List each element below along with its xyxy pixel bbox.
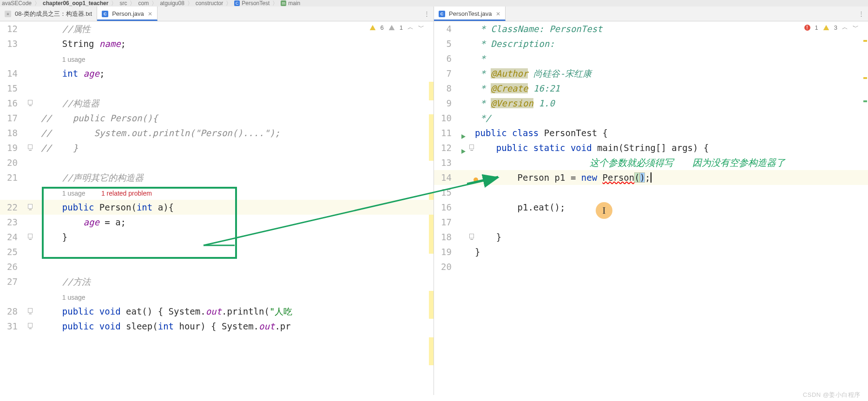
ibeam-icon: I — [602, 204, 605, 217]
line-number: 5 — [434, 36, 461, 51]
line-number: 28 — [0, 304, 27, 319]
bc-module[interactable]: chapter06_oop1_teacher — [43, 0, 108, 7]
fold-icon[interactable] — [28, 100, 33, 105]
line-number: 18 — [0, 125, 27, 140]
code[interactable]: int age; — [37, 66, 434, 81]
close-icon[interactable]: ✕ — [496, 11, 500, 17]
code[interactable]: public void eat() { System.out.println("… — [37, 304, 434, 319]
usage-inlay: 1 usage — [62, 294, 85, 301]
line-number: 31 — [0, 319, 27, 334]
code[interactable]: * — [471, 51, 868, 66]
line-number: 17 — [434, 215, 461, 230]
code[interactable]: //属性 — [37, 21, 434, 36]
line-number: 22 — [0, 200, 27, 215]
line-number: 12 — [434, 140, 461, 155]
code[interactable]: public class PersonTest { — [471, 125, 868, 140]
left-tabs: ≡ 08-类的成员之三：构造器.txt C Person.java ✕ ⋮ — [0, 7, 434, 21]
fold-icon[interactable] — [469, 234, 474, 238]
line-number: 15 — [434, 185, 461, 200]
code[interactable]: public Person(int a){ — [37, 200, 434, 215]
line-number: 16 — [0, 96, 27, 111]
tab-label: PersonTest.java — [449, 10, 492, 17]
code[interactable]: public static void main(String[] args) { — [471, 140, 868, 155]
fold-icon[interactable] — [469, 145, 474, 149]
code[interactable]: * ClassName: PersonTest — [471, 21, 868, 36]
line-number: 24 — [0, 230, 27, 244]
bc-class[interactable]: CPersonTest — [234, 0, 270, 7]
fold-icon[interactable] — [28, 145, 33, 149]
close-icon[interactable]: ✕ — [148, 11, 152, 17]
svg-marker-3 — [461, 134, 466, 139]
fold-icon[interactable] — [28, 323, 33, 328]
code[interactable]: //声明其它的构造器 — [37, 170, 434, 185]
left-editor-pane: ≡ 08-类的成员之三：构造器.txt C Person.java ✕ ⋮ 6 … — [0, 7, 434, 395]
fold-icon[interactable] — [28, 308, 33, 313]
intention-bulb-icon[interactable] — [472, 174, 480, 189]
right-tabs: C PersonTest.java ✕ ⋮ — [434, 7, 868, 21]
code[interactable]: } — [37, 230, 434, 244]
line-number: 15 — [0, 81, 27, 96]
bc-com[interactable]: com — [138, 0, 149, 7]
svg-point-5 — [473, 177, 478, 182]
usage-inlay[interactable]: 1 usage — [37, 51, 434, 66]
code[interactable]: * @Create 16:21 — [471, 81, 868, 96]
tab-persontest-java[interactable]: C PersonTest.java ✕ — [434, 7, 506, 21]
code[interactable]: p1.eat(); — [471, 200, 868, 215]
class-icon: C — [234, 0, 240, 6]
code[interactable]: } — [471, 230, 868, 244]
line-number: 17 — [0, 111, 27, 125]
code[interactable]: // public Person(){ — [37, 111, 434, 125]
annotation-text-1: 这个参数就必须得写 — [590, 157, 673, 169]
line-number: 8 — [434, 81, 461, 96]
tab-menu-icon[interactable]: ⋮ — [420, 10, 434, 17]
fold-icon[interactable] — [28, 234, 33, 238]
bc-subpkg[interactable]: constructor — [196, 0, 223, 7]
related-problem: 1 related problem — [101, 190, 152, 197]
code[interactable]: */ — [471, 111, 868, 125]
bc-pkg[interactable]: atguigu08 — [160, 0, 184, 7]
line-number: 4 — [434, 21, 461, 36]
bc-src[interactable]: src — [119, 0, 127, 7]
code[interactable]: * Description: — [471, 36, 868, 51]
line-number: 13 — [0, 36, 27, 51]
tab-txt[interactable]: ≡ 08-类的成员之三：构造器.txt — [0, 7, 97, 21]
line-number: 16 — [434, 200, 461, 215]
annotation-text-2: 因为没有空参构造器了 — [692, 157, 785, 169]
left-editor[interactable]: 6 1 ︿ ﹀ 12 //属性 13 String name; 1 usage … — [0, 21, 434, 395]
line-number: 6 — [434, 51, 461, 66]
bc-project[interactable]: avaSECode — [2, 0, 32, 7]
line-number: 11 — [434, 125, 461, 140]
code[interactable]: } — [471, 244, 868, 259]
line-number: 12 — [0, 21, 27, 36]
line-number: 20 — [0, 155, 27, 170]
code[interactable]: * @Author 尚硅谷-宋红康 — [471, 66, 868, 81]
line-number: 27 — [0, 274, 27, 289]
line-number: 19 — [434, 244, 461, 259]
line-number: 26 — [0, 259, 27, 274]
code[interactable]: //方法 — [37, 274, 434, 289]
line-number: 14 — [0, 66, 27, 81]
java-file-icon: C — [102, 11, 108, 17]
svg-rect-6 — [475, 182, 477, 183]
code[interactable]: String name; — [37, 36, 434, 51]
code[interactable]: * @Version 1.0 — [471, 96, 868, 111]
line-number: 10 — [434, 111, 461, 125]
marker-column[interactable] — [861, 21, 868, 395]
tab-person-java[interactable]: C Person.java ✕ — [97, 7, 158, 21]
line-number: 13 — [434, 155, 461, 170]
txt-file-icon: ≡ — [5, 11, 11, 17]
code[interactable]: Person p1 = new Person(); — [471, 170, 868, 185]
code[interactable]: // } — [37, 140, 434, 155]
line-number: 9 — [434, 96, 461, 111]
bc-method[interactable]: mmain — [281, 0, 300, 7]
fold-icon[interactable] — [28, 204, 33, 209]
code[interactable]: age = a; — [37, 215, 434, 230]
code[interactable]: // System.out.println("Person()...."); — [37, 125, 434, 140]
right-editor[interactable]: !1 3 ︿ ﹀ 4 * ClassName: PersonTest 5 * D… — [434, 21, 868, 395]
code[interactable]: public void sleep(int hour) { System.out… — [37, 319, 434, 334]
tab-label: Person.java — [112, 10, 144, 17]
tab-menu-icon[interactable]: ⋮ — [855, 10, 868, 17]
line-number: 23 — [0, 215, 27, 230]
right-editor-pane: C PersonTest.java ✕ ⋮ !1 3 ︿ ﹀ 4 * Class… — [434, 7, 868, 395]
code[interactable]: //构造器 — [37, 96, 434, 111]
